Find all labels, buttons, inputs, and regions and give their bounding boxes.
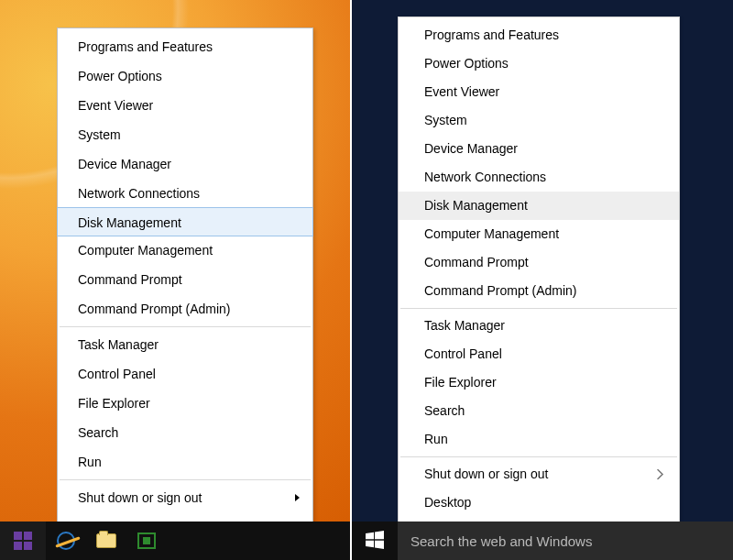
menu-item-control-panel[interactable]: Control Panel (399, 340, 679, 368)
winx-menu[interactable]: Programs and Features Power Options Even… (398, 16, 680, 523)
menu-item-programs-and-features[interactable]: Programs and Features (58, 32, 312, 61)
menu-item-power-options[interactable]: Power Options (58, 61, 312, 91)
menu-item-disk-management[interactable]: Disk Management (57, 207, 313, 236)
menu-item-computer-management[interactable]: Computer Management (399, 220, 679, 248)
menu-item-desktop[interactable]: Desktop (399, 489, 679, 517)
taskbar-ie-button[interactable] (46, 522, 86, 560)
menu-item-event-viewer[interactable]: Event Viewer (399, 78, 679, 106)
menu-item-file-explorer[interactable]: File Explorer (58, 389, 312, 418)
folder-icon (96, 533, 116, 548)
internet-explorer-icon (57, 532, 75, 550)
menu-item-network-connections[interactable]: Network Connections (58, 179, 312, 208)
start-button[interactable] (0, 522, 46, 560)
menu-item-system[interactable]: System (399, 106, 679, 135)
menu-item-command-prompt-admin[interactable]: Command Prompt (Admin) (58, 294, 312, 324)
menu-item-device-manager[interactable]: Device Manager (399, 135, 679, 163)
menu-item-task-manager[interactable]: Task Manager (58, 330, 312, 359)
taskbar[interactable]: Search the web and Windows (352, 522, 733, 560)
menu-item-search[interactable]: Search (58, 418, 312, 447)
menu-item-task-manager[interactable]: Task Manager (399, 312, 679, 340)
start-button[interactable] (352, 522, 398, 560)
menu-item-power-options[interactable]: Power Options (399, 49, 679, 78)
windows-logo-icon (14, 532, 32, 550)
submenu-arrow-icon (657, 460, 664, 489)
menu-item-search[interactable]: Search (399, 397, 679, 425)
menu-item-control-panel[interactable]: Control Panel (58, 359, 312, 389)
menu-item-network-connections[interactable]: Network Connections (399, 163, 679, 192)
menu-item-programs-and-features[interactable]: Programs and Features (399, 21, 679, 49)
menu-item-system[interactable]: System (58, 120, 312, 149)
win81-desktop: Programs and Features Power Options Even… (0, 0, 352, 560)
menu-item-disk-management[interactable]: Disk Management (399, 192, 679, 220)
menu-item-run[interactable]: Run (399, 425, 679, 454)
taskbar-file-explorer-button[interactable] (86, 522, 126, 560)
win10-desktop: Programs and Features Power Options Even… (352, 0, 733, 560)
menu-separator (400, 456, 677, 457)
menu-item-shutdown-signout[interactable]: Shut down or sign out (58, 483, 312, 512)
menu-item-shutdown-signout[interactable]: Shut down or sign out (399, 460, 679, 489)
taskbar-store-button[interactable] (126, 522, 167, 560)
menu-separator (60, 326, 311, 327)
menu-separator (400, 308, 677, 309)
windows-logo-icon (366, 531, 384, 552)
menu-item-event-viewer[interactable]: Event Viewer (58, 91, 312, 120)
menu-item-run[interactable]: Run (58, 447, 312, 477)
menu-item-label: Shut down or sign out (78, 490, 202, 505)
submenu-arrow-icon (295, 494, 300, 501)
menu-separator (60, 479, 311, 480)
taskbar-search-box[interactable]: Search the web and Windows (398, 522, 733, 560)
taskbar[interactable] (0, 522, 350, 560)
menu-item-file-explorer[interactable]: File Explorer (399, 368, 679, 397)
menu-item-label: Shut down or sign out (424, 467, 548, 481)
search-placeholder: Search the web and Windows (410, 533, 592, 549)
winx-menu[interactable]: Programs and Features Power Options Even… (57, 27, 313, 548)
menu-item-command-prompt[interactable]: Command Prompt (399, 248, 679, 277)
menu-item-device-manager[interactable]: Device Manager (58, 149, 312, 179)
menu-item-command-prompt[interactable]: Command Prompt (58, 265, 312, 294)
store-icon (137, 533, 156, 549)
menu-item-computer-management[interactable]: Computer Management (58, 236, 312, 265)
menu-item-command-prompt-admin[interactable]: Command Prompt (Admin) (399, 277, 679, 305)
